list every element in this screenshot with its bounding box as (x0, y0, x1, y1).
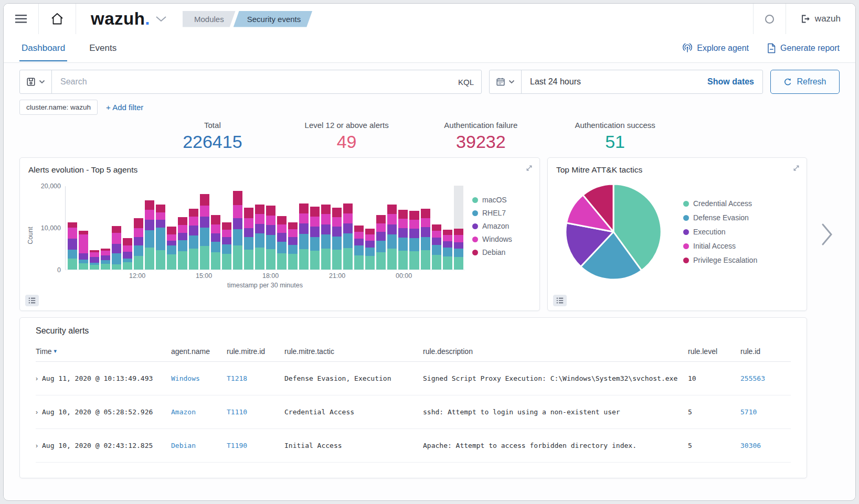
bar[interactable] (145, 186, 154, 270)
home-button[interactable] (39, 4, 76, 34)
column-header-rule.description[interactable]: rule.description (423, 347, 688, 356)
bar[interactable] (443, 186, 452, 270)
expand-panel-button[interactable] (792, 164, 800, 172)
rule_id-value[interactable]: 30306 (740, 442, 761, 449)
tab-events[interactable]: Events (87, 35, 119, 61)
column-header-rule.level[interactable]: rule.level (688, 347, 740, 356)
stat-level-12[interactable]: Level 12 or above alerts 49 (280, 121, 414, 152)
column-header-rule.id[interactable]: rule.id (740, 347, 791, 356)
cell-agent[interactable]: Windows (171, 374, 227, 382)
cell-rule_id[interactable]: 5710 (740, 408, 791, 416)
generate-report-button[interactable]: Generate report (767, 43, 840, 53)
legend-item-Initial Access[interactable]: Initial Access (683, 242, 757, 250)
date-quick-menu-button[interactable] (490, 70, 522, 93)
legend-item-Privilege Escalation[interactable]: Privilege Escalation (683, 256, 757, 264)
agent-value[interactable]: Amazon (171, 408, 196, 416)
bar[interactable] (310, 186, 320, 270)
explore-agent-button[interactable]: Explore agent (682, 44, 749, 53)
bar[interactable] (90, 186, 99, 270)
mitre_id-value[interactable]: T1110 (227, 408, 247, 416)
bar[interactable] (189, 186, 198, 270)
bar[interactable] (200, 186, 209, 270)
bar[interactable] (332, 186, 342, 270)
mitre_id-value[interactable]: T1190 (227, 442, 247, 449)
bar[interactable] (354, 186, 364, 270)
wazuh-logo[interactable]: wazuh. (76, 9, 153, 29)
bar[interactable] (68, 186, 77, 270)
bar[interactable] (134, 186, 143, 270)
breadcrumb-modules[interactable]: Modules (183, 11, 236, 27)
bar[interactable] (299, 186, 309, 270)
bar[interactable] (222, 186, 231, 270)
legend-item-Windows[interactable]: Windows (472, 235, 534, 243)
bar[interactable] (321, 186, 331, 270)
bar[interactable] (156, 186, 165, 270)
cell-mitre_id[interactable]: T1190 (227, 442, 284, 449)
bar[interactable] (421, 186, 430, 270)
bar[interactable] (266, 186, 275, 270)
saved-query-menu-button[interactable] (20, 70, 52, 93)
bar[interactable] (211, 186, 220, 270)
bar[interactable] (432, 186, 441, 270)
bar[interactable] (233, 186, 242, 270)
rule_id-value[interactable]: 255563 (740, 374, 765, 382)
add-filter-button[interactable]: + Add filter (106, 103, 143, 112)
column-header-rule.mitre.tactic[interactable]: rule.mitre.tactic (284, 347, 423, 356)
legend-item-macOS[interactable]: macOS (472, 196, 534, 204)
chevron-right-icon[interactable]: › (36, 409, 38, 416)
legend-item-Defense Evasion[interactable]: Defense Evasion (683, 213, 757, 222)
stat-auth-failure[interactable]: Authentication failure 39232 (414, 121, 548, 152)
legend-item-Credential Access[interactable]: Credential Access (683, 199, 757, 208)
bar[interactable] (365, 186, 375, 270)
bar[interactable] (244, 186, 253, 270)
bar[interactable] (409, 186, 419, 270)
bar[interactable] (387, 186, 397, 270)
bar[interactable] (398, 186, 408, 270)
rule_id-value[interactable]: 5710 (740, 408, 757, 416)
tab-dashboard[interactable]: Dashboard (19, 35, 67, 61)
agent-value[interactable]: Debian (171, 442, 196, 449)
bar[interactable] (277, 186, 287, 270)
logo-menu-button[interactable] (153, 14, 169, 24)
cell-mitre_id[interactable]: T1110 (227, 408, 284, 416)
user-menu[interactable]: wazuh (786, 14, 855, 24)
bar[interactable] (376, 186, 386, 270)
legend-item-RHEL7[interactable]: RHEL7 (472, 209, 534, 217)
bar[interactable] (255, 186, 264, 270)
menu-button[interactable] (4, 4, 38, 34)
cell-rule_id[interactable]: 255563 (740, 374, 791, 382)
stat-total[interactable]: Total 226415 (145, 121, 280, 152)
chevron-right-icon[interactable]: › (36, 442, 38, 449)
bar[interactable] (112, 186, 121, 270)
bar[interactable] (343, 186, 353, 270)
legend-toggle-button[interactable] (25, 295, 39, 306)
legend-item-Debian[interactable]: Debian (472, 248, 534, 256)
bar[interactable] (123, 186, 132, 270)
legend-item-Execution[interactable]: Execution (683, 228, 757, 236)
refresh-button[interactable]: Refresh (770, 70, 840, 94)
column-header-agent.name[interactable]: agent.name (171, 347, 227, 356)
cell-rule_id[interactable]: 30306 (740, 442, 791, 449)
stat-auth-success[interactable]: Authentication success 51 (548, 121, 682, 152)
expand-panel-button[interactable] (525, 164, 533, 172)
column-header-Time[interactable]: Time▾ (36, 347, 171, 356)
cluster-health-button[interactable] (754, 4, 786, 34)
chevron-right-icon[interactable] (820, 222, 834, 246)
cell-mitre_id[interactable]: T1218 (227, 374, 284, 382)
pie-chart[interactable] (561, 180, 665, 284)
cell-agent[interactable]: Amazon (171, 408, 227, 416)
bar[interactable] (454, 186, 463, 270)
mitre_id-value[interactable]: T1218 (227, 374, 247, 382)
column-header-rule.mitre.id[interactable]: rule.mitre.id (227, 347, 284, 356)
chevron-right-icon[interactable]: › (36, 375, 38, 382)
breadcrumb-security-events[interactable]: Security events (234, 11, 313, 27)
bar[interactable] (178, 186, 187, 270)
kql-toggle[interactable]: KQL (451, 78, 481, 87)
legend-item-Amazon[interactable]: Amazon (472, 222, 534, 230)
bar[interactable] (288, 186, 298, 270)
time-range-value[interactable]: Last 24 hours (522, 77, 699, 87)
bar[interactable] (101, 186, 110, 270)
cell-agent[interactable]: Debian (171, 442, 227, 449)
bar[interactable] (167, 186, 176, 270)
legend-toggle-button[interactable] (553, 295, 567, 306)
